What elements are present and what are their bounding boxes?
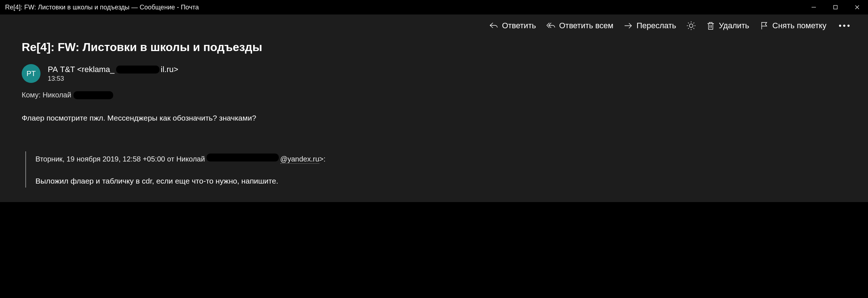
unflag-button[interactable]: Снять пометку <box>760 21 826 30</box>
window-controls <box>803 0 868 14</box>
message-time: 13:53 <box>48 75 178 83</box>
reply-label: Ответить <box>502 21 536 30</box>
trash-icon <box>706 21 715 30</box>
reply-all-icon <box>546 21 556 30</box>
maximize-button[interactable] <box>825 0 846 14</box>
window-titlebar: Re[4]: FW: Листовки в школы и подъезды —… <box>0 0 868 14</box>
redacted-block <box>207 154 279 161</box>
svg-line-9 <box>688 23 689 24</box>
minimize-button[interactable] <box>803 0 825 14</box>
sender-row: PT РА T&T <reklama_ il.ru> 13:53 <box>22 64 846 83</box>
flag-icon <box>760 21 769 30</box>
sender-name: РА T&T <reklama_ il.ru> <box>48 65 178 74</box>
recipients-line: Кому: Николай <box>22 91 846 99</box>
reply-all-button[interactable]: Ответить всем <box>546 21 613 30</box>
sender-avatar[interactable]: PT <box>22 64 41 83</box>
message-body: Флаер посмотрите пжл. Мессенджеры как об… <box>22 114 846 122</box>
svg-rect-1 <box>834 5 837 9</box>
forward-button[interactable]: Переслать <box>624 21 676 30</box>
quote-header: Вторник, 19 ноября 2019, 12:58 +05:00 от… <box>35 154 846 164</box>
reply-all-label: Ответить всем <box>559 21 613 30</box>
forward-icon <box>624 21 633 30</box>
message-subject: Re[4]: FW: Листовки в школы и подъезды <box>22 41 846 54</box>
sun-icon <box>686 21 696 30</box>
quote-body: Выложил флаер и табличку в cdr, если еще… <box>35 177 846 185</box>
forward-label: Переслать <box>637 21 676 30</box>
unflag-label: Снять пометку <box>773 21 826 30</box>
svg-line-10 <box>693 28 694 29</box>
message-toolbar: Ответить Ответить всем Переслать Удалить… <box>0 14 868 37</box>
quoted-message: Вторник, 19 ноября 2019, 12:58 +05:00 от… <box>25 151 846 188</box>
redacted-block <box>73 91 113 99</box>
message-content: Re[4]: FW: Листовки в школы и подъезды P… <box>0 37 868 202</box>
close-button[interactable] <box>846 0 868 14</box>
redacted-block <box>116 66 159 74</box>
window-title: Re[4]: FW: Листовки в школы и подъезды —… <box>5 4 803 11</box>
svg-line-11 <box>688 28 689 29</box>
reply-icon <box>489 21 498 30</box>
delete-button[interactable]: Удалить <box>706 21 749 30</box>
delete-label: Удалить <box>719 21 749 30</box>
more-actions-button[interactable]: ••• <box>837 21 854 30</box>
sender-info: РА T&T <reklama_ il.ru> 13:53 <box>48 65 178 83</box>
reply-button[interactable]: Ответить <box>489 21 536 30</box>
svg-point-4 <box>689 24 693 28</box>
quote-email-link[interactable]: @yandex.ru <box>280 155 319 164</box>
svg-line-12 <box>693 23 694 24</box>
theme-button[interactable] <box>686 21 696 30</box>
